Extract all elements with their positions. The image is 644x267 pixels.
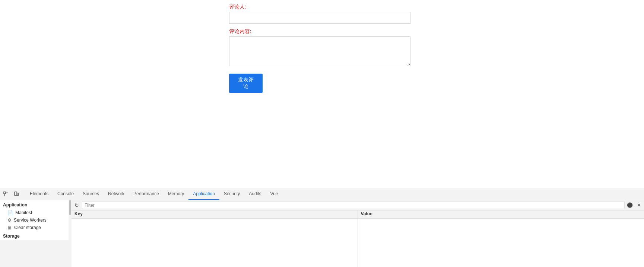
filter-clear-button[interactable]: ⚫ (626, 202, 634, 209)
submit-button[interactable]: 发表评论 (229, 74, 263, 93)
content-label-container: 评论内容: (229, 28, 415, 68)
sidebar-item-manifest[interactable]: 📄 Manifest (0, 209, 71, 216)
inspect-icon (3, 192, 9, 197)
tab-vue[interactable]: Vue (266, 188, 283, 200)
devtools-sidebar: Application 📄 Manifest ⚙ Service Workers… (0, 200, 72, 240)
device-toolbar-button[interactable] (12, 190, 21, 199)
device-icon (14, 192, 19, 197)
filter-refresh-button[interactable]: ↻ (73, 202, 80, 209)
sidebar-scroll-thumb[interactable] (69, 200, 71, 215)
sidebar-item-service-workers-label: Service Workers (14, 218, 47, 223)
submit-container: 发表评论 (229, 72, 415, 93)
devtools-toolbar: Elements Console Sources Network Perform… (0, 188, 644, 200)
form-section: 评论人: 评论内容: 发表评论 (229, 4, 415, 93)
devtools-panel: Elements Console Sources Network Perform… (0, 188, 644, 267)
sidebar-section-storage: Storage (0, 231, 71, 240)
svg-rect-4 (17, 193, 19, 196)
filter-input[interactable] (82, 202, 625, 209)
svg-rect-3 (15, 192, 17, 196)
reviewer-label-container: 评论人: (229, 4, 415, 24)
devtools-tabs: Elements Console Sources Network Perform… (24, 188, 283, 200)
content-label: 评论内容: (229, 28, 415, 35)
key-value-table: Key Value (72, 210, 644, 267)
sidebar-item-manifest-label: Manifest (15, 210, 32, 215)
devtools-main-panel: ↻ ⚫ ✕ Key Value (72, 200, 644, 267)
sidebar-scroll-track (69, 200, 72, 267)
sidebar-item-service-workers[interactable]: ⚙ Service Workers (0, 216, 71, 224)
toolbar-icons (1, 190, 21, 199)
reviewer-input[interactable] (229, 12, 410, 24)
inspect-element-button[interactable] (1, 190, 10, 199)
tab-security[interactable]: Security (219, 188, 244, 200)
filter-bar: ↻ ⚫ ✕ (72, 200, 644, 210)
filter-close-button[interactable]: ✕ (635, 202, 643, 209)
tab-console[interactable]: Console (53, 188, 78, 200)
sidebar-item-clear-storage[interactable]: 🗑 Clear storage (0, 224, 71, 231)
service-workers-icon: ⚙ (7, 218, 12, 223)
kv-key-header: Key (72, 210, 358, 218)
page-content: 评论人: 评论内容: 发表评论 (0, 0, 644, 188)
kv-value-column (358, 219, 644, 267)
tab-sources[interactable]: Sources (78, 188, 104, 200)
kv-value-header: Value (358, 210, 644, 218)
sidebar-section-application: Application (0, 200, 71, 209)
tab-application[interactable]: Application (188, 188, 219, 200)
svg-rect-0 (4, 192, 6, 194)
kv-table-header: Key Value (72, 210, 644, 219)
manifest-icon: 📄 (7, 210, 13, 215)
reviewer-label: 评论人: (229, 4, 415, 10)
devtools-body: Application 📄 Manifest ⚙ Service Workers… (0, 200, 644, 267)
tab-network[interactable]: Network (104, 188, 129, 200)
kv-table-body (72, 219, 644, 267)
clear-storage-icon: 🗑 (7, 225, 12, 230)
tab-performance[interactable]: Performance (129, 188, 164, 200)
tab-memory[interactable]: Memory (164, 188, 188, 200)
content-textarea[interactable] (229, 36, 410, 66)
tab-elements[interactable]: Elements (25, 188, 53, 200)
tab-audits[interactable]: Audits (244, 188, 266, 200)
sidebar-item-clear-storage-label: Clear storage (14, 225, 41, 230)
kv-key-column (72, 219, 358, 267)
devtools-sidebar-wrapper: Application 📄 Manifest ⚙ Service Workers… (0, 200, 72, 267)
